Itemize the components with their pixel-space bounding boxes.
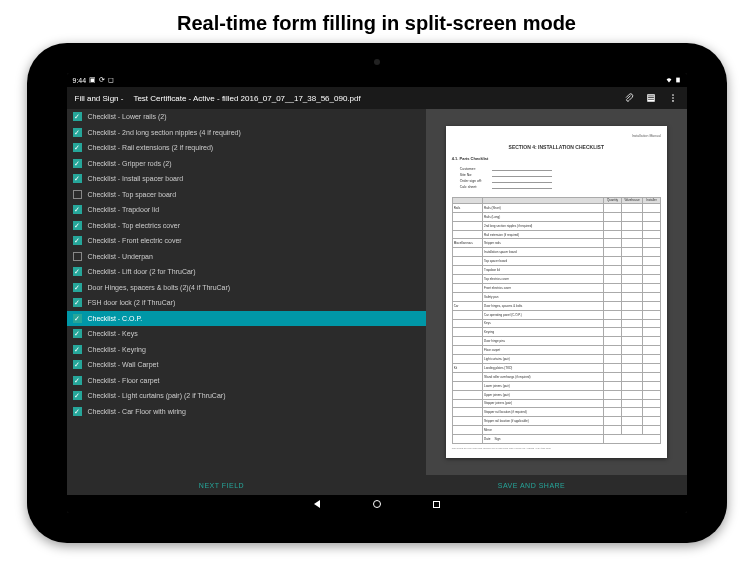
table-cell xyxy=(643,221,661,230)
more-icon[interactable] xyxy=(667,92,679,104)
doc-section-title: SECTION 4: INSTALLATION CHECKLIST xyxy=(452,144,661,150)
checkbox-icon[interactable] xyxy=(73,236,82,245)
checklist-item[interactable]: Checklist - Lift door (2 for ThruCar) xyxy=(67,264,427,280)
table-cell xyxy=(621,248,642,257)
table-cell xyxy=(621,381,642,390)
checklist-item[interactable]: Checklist - Light curtains (pair) (2 if … xyxy=(67,388,427,404)
table-cell xyxy=(643,408,661,417)
table-cell xyxy=(452,266,482,275)
checklist-item[interactable]: Checklist - Floor carpet xyxy=(67,373,427,389)
checklist-item[interactable]: Checklist - Trapdoor lid xyxy=(67,202,427,218)
nav-back-button[interactable] xyxy=(312,499,322,509)
checkbox-icon[interactable] xyxy=(73,283,82,292)
checkbox-icon[interactable] xyxy=(73,329,82,338)
checklist-item[interactable]: Checklist - Install spacer board xyxy=(67,171,427,187)
checkbox-icon[interactable] xyxy=(73,376,82,385)
table-cell xyxy=(621,203,642,212)
view-mode-icon[interactable] xyxy=(645,92,657,104)
page-heading: Real-time form filling in split-screen m… xyxy=(0,0,753,43)
checkbox-icon[interactable] xyxy=(73,267,82,276)
checkbox-icon[interactable] xyxy=(73,298,82,307)
svg-rect-3 xyxy=(648,97,654,98)
table-cell xyxy=(643,337,661,346)
table-cell xyxy=(643,310,661,319)
table-cell xyxy=(643,417,661,426)
checkbox-icon[interactable] xyxy=(73,143,82,152)
table-cell: Stopper rail location (if required) xyxy=(482,408,603,417)
table-cell: Rail extension (if required) xyxy=(482,230,603,239)
attach-icon[interactable] xyxy=(623,92,635,104)
table-cell xyxy=(643,381,661,390)
next-field-button[interactable]: NEXT FIELD xyxy=(67,475,377,495)
checkbox-icon[interactable] xyxy=(73,391,82,400)
table-row: Top spacer board xyxy=(452,257,660,266)
checkbox-icon[interactable] xyxy=(73,252,82,261)
doc-field-label: Order sign off: xyxy=(460,179,490,183)
checkbox-icon[interactable] xyxy=(73,128,82,137)
checklist-item[interactable]: Checklist - Car Floor with wiring xyxy=(67,404,427,420)
checklist-item[interactable]: Checklist - Top spacer board xyxy=(67,187,427,203)
table-cell xyxy=(452,319,482,328)
table-cell xyxy=(621,292,642,301)
doc-header-right: Installation Manual xyxy=(452,134,661,138)
table-cell xyxy=(621,399,642,408)
checkbox-icon[interactable] xyxy=(73,159,82,168)
checklist-item-label: Checklist - Keyring xyxy=(88,346,146,353)
checklist-item[interactable]: Checklist - Wall Carpet xyxy=(67,357,427,373)
table-row: Date Sign xyxy=(452,435,660,444)
checklist-item[interactable]: Checklist - Front electric cover xyxy=(67,233,427,249)
app-bar-title: Fill and Sign - xyxy=(75,94,124,103)
table-cell xyxy=(452,346,482,355)
table-cell: Light curtains (pair) xyxy=(482,355,603,364)
table-row: Keys xyxy=(452,319,660,328)
table-cell xyxy=(643,257,661,266)
doc-field-line xyxy=(492,173,552,177)
checkbox-icon[interactable] xyxy=(73,221,82,230)
doc-checklist-table: QuantityWarehouseInstaller RailsRails (S… xyxy=(452,197,661,444)
tablet-device-frame: 9:44 ▣ ⟳ ◻ Fill and Sign - Test Certific… xyxy=(27,43,727,543)
table-row: Keyring xyxy=(452,328,660,337)
save-share-button[interactable]: SAVE AND SHARE xyxy=(377,475,687,495)
nav-home-button[interactable] xyxy=(372,499,382,509)
table-cell: Gripper rail location (if applicable) xyxy=(482,417,603,426)
checklist-item[interactable]: Checklist - Gripper rods (2) xyxy=(67,156,427,172)
checklist-item[interactable]: FSH door lock (2 if ThruCar) xyxy=(67,295,427,311)
table-row: Upper joiners (pair) xyxy=(452,390,660,399)
checklist-item[interactable]: Checklist - Keys xyxy=(67,326,427,342)
checklist-item[interactable]: Checklist - 2nd long section nipples (4 … xyxy=(67,125,427,141)
table-cell xyxy=(621,239,642,248)
checkbox-icon[interactable] xyxy=(73,112,82,121)
table-cell xyxy=(452,275,482,284)
table-cell: Rails (Long) xyxy=(482,212,603,221)
checkbox-icon[interactable] xyxy=(73,205,82,214)
checkbox-icon[interactable] xyxy=(73,360,82,369)
checklist-item[interactable]: Checklist - Rail extensions (2 if requir… xyxy=(67,140,427,156)
table-cell xyxy=(604,426,622,435)
checklist-item[interactable]: Checklist - Lower rails (2) xyxy=(67,109,427,125)
document-preview-panel[interactable]: Installation Manual SECTION 4: INSTALLAT… xyxy=(426,109,686,475)
checkbox-icon[interactable] xyxy=(73,314,82,323)
table-cell xyxy=(604,372,622,381)
checkbox-icon[interactable] xyxy=(73,174,82,183)
table-cell: Installation spacer board xyxy=(482,248,603,257)
table-cell xyxy=(452,417,482,426)
table-cell: Upper joiners (pair) xyxy=(482,390,603,399)
checklist-item[interactable]: Checklist - Top electrics cover xyxy=(67,218,427,234)
checklist-item[interactable]: Checklist - Keyring xyxy=(67,342,427,358)
checklist-item[interactable]: Door Hinges, spacers & bolts (2)(4 if Th… xyxy=(67,280,427,296)
table-cell xyxy=(604,435,661,444)
doc-field-row: Order sign off: xyxy=(460,179,661,183)
svg-rect-0 xyxy=(676,78,680,83)
checkbox-icon[interactable] xyxy=(73,407,82,416)
table-cell xyxy=(643,390,661,399)
table-row: Stopper joiners (pair) xyxy=(452,399,660,408)
doc-field-label: Site No: xyxy=(460,173,490,177)
nav-recent-button[interactable] xyxy=(432,499,442,509)
table-cell xyxy=(604,203,622,212)
checklist-item[interactable]: Checklist - Underpan xyxy=(67,249,427,265)
split-content: Checklist - Lower rails (2)Checklist - 2… xyxy=(67,109,687,475)
checkbox-icon[interactable] xyxy=(73,345,82,354)
checkbox-icon[interactable] xyxy=(73,190,82,199)
checklist-item[interactable]: Checklist - C.O.P. xyxy=(67,311,427,327)
table-cell xyxy=(621,390,642,399)
